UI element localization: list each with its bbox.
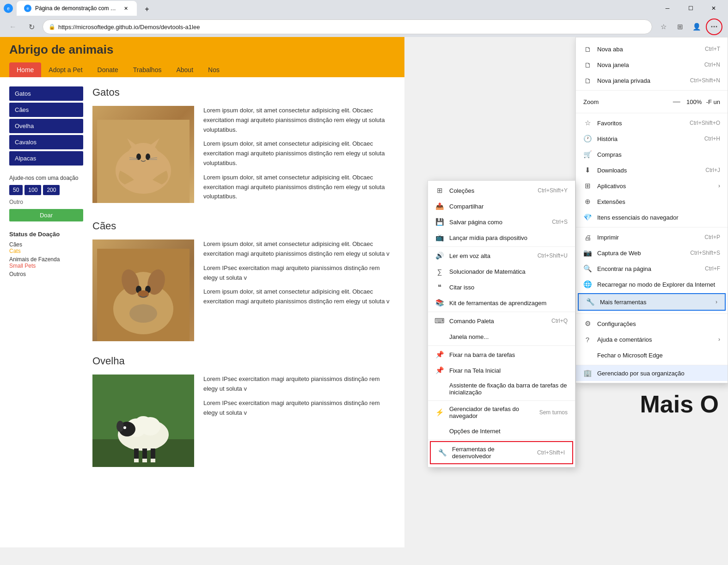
sub-menu-salvar[interactable]: 💾 Salvar página como Ctrl+S <box>428 214 575 230</box>
sub-menu-fixar-tela[interactable]: 📌 Fixar na Tela Inicial <box>428 362 575 378</box>
nova-janela-label: Nova janela <box>597 61 699 68</box>
nav-nos[interactable]: Nos <box>201 62 227 77</box>
reload-button[interactable]: ↻ <box>24 19 39 34</box>
zoom-value: 100% <box>686 98 703 105</box>
ie-mode-label: Recarregar no modo de Explorer da Intern… <box>597 281 720 288</box>
back-button[interactable]: ← <box>6 19 20 34</box>
sub-menu-devtools[interactable]: 🔧 Ferramentas de desenvolvedor Ctrl+Shif… <box>430 441 573 464</box>
menu-ajuda[interactable]: ? Ajuda e comentários › <box>576 332 728 347</box>
sub-menu-aprendizagem[interactable]: 📚 Kit de ferramentas de aprendizagem <box>428 295 575 311</box>
sidebar-item-alpacas[interactable]: Alpacas <box>9 151 83 166</box>
matematica-label: Solucionador de Matemática <box>449 268 568 275</box>
amount-50[interactable]: 50 <box>9 185 23 195</box>
status-outros: Outros <box>9 271 83 277</box>
menu-configuracoes[interactable]: ⚙ Configurações <box>576 316 728 332</box>
section-caes: Cães <box>92 220 395 341</box>
menu-fechar[interactable]: Fechar o Microsoft Edge <box>576 347 728 363</box>
nav-donate[interactable]: Donate <box>90 62 126 77</box>
nova-janela-privada-label: Nova janela privada <box>597 77 685 84</box>
tab-close-button[interactable]: ✕ <box>122 5 129 12</box>
zoom-fun: -F un <box>706 98 720 105</box>
encontrar-label: Encontrar na página <box>597 265 699 272</box>
sub-menu-voz-alta[interactable]: 🔊 Ler em voz alta Ctrl+Shift+U <box>428 248 575 264</box>
ie-mode-icon: 🌐 <box>583 280 592 289</box>
maximize-button[interactable]: ☐ <box>680 0 701 17</box>
sheep-svg <box>92 375 194 467</box>
menu-compras[interactable]: 🛒 Compras <box>576 147 728 162</box>
status-fazenda: Animais de Fazenda Small Pets <box>9 256 83 269</box>
browser-window: e e Página de demonstração com emissão d… <box>0 0 728 547</box>
nav-home[interactable]: Home <box>9 62 41 77</box>
menu-essenciais[interactable]: 💎 Itens essenciais do navegador <box>576 209 728 225</box>
historia-icon: 🕐 <box>583 135 592 143</box>
sub-menu-citar[interactable]: ❝ Citar isso <box>428 279 575 295</box>
sidebar-item-cavalos[interactable]: Cavalos <box>9 135 83 149</box>
aplicativos-icon: ⊞ <box>583 182 592 190</box>
donate-button[interactable]: Doar <box>9 209 83 221</box>
sub-menu-janela-nome[interactable]: Janela nome... <box>428 329 575 344</box>
active-tab[interactable]: e Página de demonstração com emissão de … <box>17 1 137 16</box>
url-bar[interactable]: 🔒 https://microsoftedge.github.io/Demos/… <box>43 19 652 34</box>
sub-menu-fixar-tarefas[interactable]: 📌 Fixar na barra de tarefas <box>428 347 575 362</box>
ajuda-icon: ? <box>583 335 592 344</box>
collections-icon[interactable]: ⊞ <box>673 19 687 34</box>
menu-imprimir[interactable]: 🖨 Imprimir Ctrl+P <box>576 229 728 245</box>
sub-menu-matematica[interactable]: ∑ Solucionador de Matemática <box>428 264 575 279</box>
amount-200[interactable]: 200 <box>43 185 60 195</box>
nav-about[interactable]: About <box>169 62 201 77</box>
menu-section-tools: 🖨 Imprimir Ctrl+P 📷 Captura de Web Ctrl+… <box>576 227 728 314</box>
menu-encontrar[interactable]: 🔍 Encontrar na página Ctrl+F <box>576 261 728 276</box>
menu-captura[interactable]: 📷 Captura de Web Ctrl+Shift+S <box>576 245 728 261</box>
donation-label: Ajude-nos com uma doação <box>9 175 83 181</box>
midia-icon: 📺 <box>435 233 444 242</box>
new-tab-button[interactable]: + <box>141 3 153 16</box>
devtools-label: Ferramentas de desenvolvedor <box>452 446 532 460</box>
managed-label: Gerenciado por sua organização <box>597 370 685 377</box>
nav-adopt[interactable]: Adopt a Pet <box>41 62 90 77</box>
address-bar: ← ↻ 🔒 https://microsoftedge.github.io/De… <box>0 17 728 37</box>
sidebar-item-caes[interactable]: Cães <box>9 103 83 117</box>
sub-menu-opcoes-internet[interactable]: Opções de Internet <box>428 423 575 439</box>
sub-menu-gerenciador-tarefas[interactable]: ⚡ Gerenciador de tarefas do navegador Se… <box>428 402 575 423</box>
sub-menu-paleta[interactable]: ⌨ Comando Paleta Ctrl+Q <box>428 313 575 329</box>
opcoes-internet-label: Opções de Internet <box>449 428 568 435</box>
menu-button[interactable]: ··· <box>706 18 722 35</box>
nova-janela-privada-icon: 🗋 <box>583 76 592 85</box>
site-nav: Home Adopt a Pet Donate Trabalhos About … <box>0 62 404 77</box>
menu-nova-aba[interactable]: 🗋 Nova aba Ctrl+T <box>576 41 728 57</box>
close-button[interactable]: ✕ <box>703 0 724 17</box>
favorites-icon[interactable]: ☆ <box>656 19 671 34</box>
colecoes-shortcut: Ctrl+Shift+Y <box>538 187 568 194</box>
sub-menu-compartilhar[interactable]: 📤 Compartilhar <box>428 198 575 214</box>
menu-downloads[interactable]: ⬇ Downloads Ctrl+J <box>576 162 728 178</box>
profile-icon[interactable]: 👤 <box>689 19 704 34</box>
menu-aplicativos[interactable]: ⊞ Aplicativos › <box>576 178 728 194</box>
downloads-label: Downloads <box>597 167 700 174</box>
menu-nova-janela[interactable]: 🗋 Nova janela Ctrl+N <box>576 57 728 73</box>
menu-historia[interactable]: 🕐 História Ctrl+H <box>576 131 728 147</box>
sidebar-item-ovelha[interactable]: Ovelha <box>9 119 83 133</box>
amount-100[interactable]: 100 <box>24 185 41 195</box>
paleta-shortcut: Ctrl+Q <box>551 318 568 324</box>
nav-trabalhos[interactable]: Trabalhos <box>126 62 169 77</box>
sub-menu-colecoes[interactable]: ⊞ Coleções Ctrl+Shift+Y <box>428 183 575 198</box>
menu-favoritos[interactable]: ☆ Favoritos Ctrl+Shift+O <box>576 115 728 131</box>
svg-point-5 <box>136 154 141 160</box>
voz-alta-shortcut: Ctrl+Shift+U <box>538 252 568 259</box>
minimize-button[interactable]: ─ <box>657 0 678 17</box>
menu-nova-janela-privada[interactable]: 🗋 Nova janela privada Ctrl+Shift+N <box>576 73 728 88</box>
menu-extensoes[interactable]: ⊕ Extensões <box>576 194 728 209</box>
menu-ie-mode[interactable]: 🌐 Recarregar no modo de Explorer da Inte… <box>576 276 728 292</box>
sub-menu-assistente[interactable]: Assistente de fixação da barra de tarefa… <box>428 378 575 399</box>
assistente-icon <box>435 385 444 393</box>
sub-menu-midia[interactable]: 📺 Lançar mídia para dispositivo <box>428 230 575 246</box>
opcoes-internet-icon <box>435 427 444 435</box>
section-ovelha-row: Lorem IPsec exercitation magi arquiteto … <box>92 375 395 467</box>
historia-shortcut: Ctrl+H <box>704 135 720 142</box>
fixar-tarefas-label: Fixar na barra de tarefas <box>449 351 568 358</box>
sidebar-item-gatos[interactable]: Gatos <box>9 86 83 101</box>
zoom-minus-button[interactable]: — <box>671 96 682 107</box>
section-ovelha-text: Lorem IPsec exercitation magi arquiteto … <box>203 375 395 467</box>
favoritos-label: Favoritos <box>597 120 684 127</box>
menu-mais-ferramentas[interactable]: 🔧 Mais ferramentas › <box>578 293 726 311</box>
